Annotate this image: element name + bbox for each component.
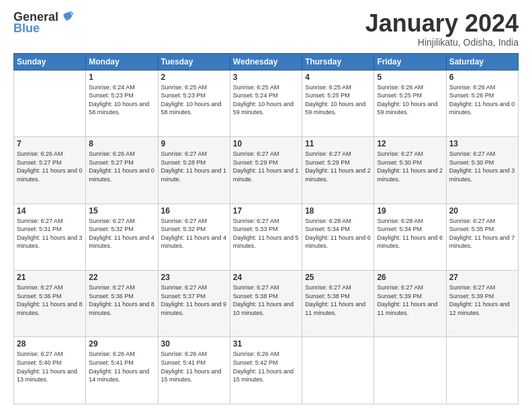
day-info: Sunrise: 6:26 AM Sunset: 5:27 PM Dayligh…: [89, 150, 154, 183]
day-info: Sunrise: 6:26 AM Sunset: 5:42 PM Dayligh…: [233, 350, 299, 383]
calendar-cell: 4 Sunrise: 6:25 AM Sunset: 5:25 PM Dayli…: [302, 70, 374, 136]
day-info: Sunrise: 6:26 AM Sunset: 5:27 PM Dayligh…: [17, 150, 83, 183]
day-info: Sunrise: 6:27 AM Sunset: 5:32 PM Dayligh…: [161, 217, 227, 250]
calendar-cell: 13 Sunrise: 6:27 AM Sunset: 5:30 PM Dayl…: [446, 137, 518, 203]
logo: General Blue: [13, 10, 73, 36]
header-wednesday: Wednesday: [230, 53, 302, 70]
calendar-cell: [446, 337, 518, 404]
calendar-table: Sunday Monday Tuesday Wednesday Thursday…: [13, 53, 519, 404]
calendar-cell: 28 Sunrise: 6:27 AM Sunset: 5:40 PM Dayl…: [14, 337, 86, 404]
calendar-cell: 20 Sunrise: 6:27 AM Sunset: 5:35 PM Dayl…: [446, 203, 518, 270]
day-info: Sunrise: 6:27 AM Sunset: 5:38 PM Dayligh…: [233, 283, 299, 317]
logo-blue: Blue: [13, 21, 40, 36]
day-number: 5: [377, 73, 443, 82]
day-number: 13: [449, 139, 515, 148]
weekday-header-row: Sunday Monday Tuesday Wednesday Thursday…: [14, 53, 519, 70]
day-number: 17: [233, 206, 299, 216]
calendar-cell: 22 Sunrise: 6:27 AM Sunset: 5:36 PM Dayl…: [86, 271, 158, 337]
week-row-3: 14 Sunrise: 6:27 AM Sunset: 5:31 PM Dayl…: [14, 203, 519, 270]
day-info: Sunrise: 6:27 AM Sunset: 5:38 PM Dayligh…: [305, 283, 371, 317]
day-number: 4: [305, 73, 371, 82]
day-info: Sunrise: 6:26 AM Sunset: 5:41 PM Dayligh…: [161, 350, 227, 383]
day-number: 11: [305, 139, 371, 148]
header-saturday: Saturday: [446, 53, 518, 70]
week-row-1: 1 Sunrise: 6:24 AM Sunset: 5:23 PM Dayli…: [14, 70, 519, 136]
page: General Blue January 2024 Hinjilikatu, O…: [0, 0, 532, 411]
title-section: January 2024 Hinjilikatu, Odisha, India: [365, 10, 519, 48]
header-sunday: Sunday: [14, 53, 86, 70]
day-number: 6: [449, 73, 515, 82]
day-info: Sunrise: 6:27 AM Sunset: 5:37 PM Dayligh…: [161, 283, 227, 317]
day-info: Sunrise: 6:26 AM Sunset: 5:26 PM Dayligh…: [449, 83, 515, 117]
logo-bird-icon: [60, 11, 73, 24]
day-info: Sunrise: 6:27 AM Sunset: 5:35 PM Dayligh…: [449, 217, 515, 250]
day-info: Sunrise: 6:27 AM Sunset: 5:29 PM Dayligh…: [305, 150, 371, 183]
calendar-cell: 6 Sunrise: 6:26 AM Sunset: 5:26 PM Dayli…: [446, 70, 518, 136]
day-number: 30: [161, 339, 227, 349]
day-info: Sunrise: 6:25 AM Sunset: 5:23 PM Dayligh…: [161, 83, 227, 117]
day-info: Sunrise: 6:27 AM Sunset: 5:40 PM Dayligh…: [17, 350, 83, 383]
week-row-5: 28 Sunrise: 6:27 AM Sunset: 5:40 PM Dayl…: [14, 337, 519, 404]
calendar-cell: 18 Sunrise: 6:28 AM Sunset: 5:34 PM Dayl…: [302, 203, 374, 270]
calendar-cell: 3 Sunrise: 6:25 AM Sunset: 5:24 PM Dayli…: [230, 70, 302, 136]
day-info: Sunrise: 6:27 AM Sunset: 5:39 PM Dayligh…: [377, 283, 443, 317]
day-info: Sunrise: 6:27 AM Sunset: 5:28 PM Dayligh…: [161, 150, 227, 183]
day-info: Sunrise: 6:27 AM Sunset: 5:31 PM Dayligh…: [17, 217, 83, 250]
calendar-cell: 26 Sunrise: 6:27 AM Sunset: 5:39 PM Dayl…: [374, 271, 446, 337]
calendar-cell: 27 Sunrise: 6:27 AM Sunset: 5:39 PM Dayl…: [446, 271, 518, 337]
day-number: 22: [89, 273, 154, 282]
calendar-cell: 17 Sunrise: 6:27 AM Sunset: 5:33 PM Dayl…: [230, 203, 302, 270]
day-info: Sunrise: 6:27 AM Sunset: 5:36 PM Dayligh…: [17, 283, 83, 317]
day-info: Sunrise: 6:28 AM Sunset: 5:34 PM Dayligh…: [305, 217, 371, 250]
day-number: 24: [233, 273, 299, 282]
day-info: Sunrise: 6:25 AM Sunset: 5:25 PM Dayligh…: [305, 83, 371, 117]
day-number: 21: [17, 273, 83, 282]
day-number: 1: [89, 73, 154, 82]
location-subtitle: Hinjilikatu, Odisha, India: [365, 37, 519, 48]
day-info: Sunrise: 6:27 AM Sunset: 5:30 PM Dayligh…: [377, 150, 443, 183]
calendar-cell: 9 Sunrise: 6:27 AM Sunset: 5:28 PM Dayli…: [158, 137, 230, 203]
calendar-cell: 11 Sunrise: 6:27 AM Sunset: 5:29 PM Dayl…: [302, 137, 374, 203]
day-number: 14: [17, 206, 83, 216]
day-number: 29: [89, 339, 154, 349]
day-number: 20: [449, 206, 515, 216]
day-number: 15: [89, 206, 154, 216]
day-info: Sunrise: 6:25 AM Sunset: 5:24 PM Dayligh…: [233, 83, 299, 117]
calendar-cell: 29 Sunrise: 6:26 AM Sunset: 5:41 PM Dayl…: [86, 337, 158, 404]
header-friday: Friday: [374, 53, 446, 70]
day-number: 9: [161, 139, 227, 148]
day-info: Sunrise: 6:27 AM Sunset: 5:36 PM Dayligh…: [89, 283, 154, 317]
header: General Blue January 2024 Hinjilikatu, O…: [13, 10, 519, 48]
day-number: 12: [377, 139, 443, 148]
day-info: Sunrise: 6:28 AM Sunset: 5:34 PM Dayligh…: [377, 217, 443, 250]
calendar-cell: 8 Sunrise: 6:26 AM Sunset: 5:27 PM Dayli…: [86, 137, 158, 203]
day-info: Sunrise: 6:26 AM Sunset: 5:41 PM Dayligh…: [89, 350, 154, 383]
month-title: January 2024: [365, 10, 519, 37]
calendar-cell: 7 Sunrise: 6:26 AM Sunset: 5:27 PM Dayli…: [14, 137, 86, 203]
day-info: Sunrise: 6:27 AM Sunset: 5:33 PM Dayligh…: [233, 217, 299, 250]
day-number: 18: [305, 206, 371, 216]
calendar-cell: 16 Sunrise: 6:27 AM Sunset: 5:32 PM Dayl…: [158, 203, 230, 270]
day-number: 28: [17, 339, 83, 349]
header-thursday: Thursday: [302, 53, 374, 70]
calendar-cell: [14, 70, 86, 136]
calendar-cell: 24 Sunrise: 6:27 AM Sunset: 5:38 PM Dayl…: [230, 271, 302, 337]
calendar-cell: 23 Sunrise: 6:27 AM Sunset: 5:37 PM Dayl…: [158, 271, 230, 337]
day-info: Sunrise: 6:27 AM Sunset: 5:30 PM Dayligh…: [449, 150, 515, 183]
day-info: Sunrise: 6:27 AM Sunset: 5:29 PM Dayligh…: [233, 150, 299, 183]
calendar-cell: [302, 337, 374, 404]
day-number: 26: [377, 273, 443, 282]
day-info: Sunrise: 6:24 AM Sunset: 5:23 PM Dayligh…: [89, 83, 154, 117]
header-tuesday: Tuesday: [158, 53, 230, 70]
calendar-cell: 25 Sunrise: 6:27 AM Sunset: 5:38 PM Dayl…: [302, 271, 374, 337]
calendar-cell: 1 Sunrise: 6:24 AM Sunset: 5:23 PM Dayli…: [86, 70, 158, 136]
header-monday: Monday: [86, 53, 158, 70]
calendar-cell: 30 Sunrise: 6:26 AM Sunset: 5:41 PM Dayl…: [158, 337, 230, 404]
calendar-cell: 21 Sunrise: 6:27 AM Sunset: 5:36 PM Dayl…: [14, 271, 86, 337]
day-number: 2: [161, 73, 227, 82]
day-info: Sunrise: 6:26 AM Sunset: 5:25 PM Dayligh…: [377, 83, 443, 117]
calendar-cell: 5 Sunrise: 6:26 AM Sunset: 5:25 PM Dayli…: [374, 70, 446, 136]
calendar-cell: 19 Sunrise: 6:28 AM Sunset: 5:34 PM Dayl…: [374, 203, 446, 270]
day-number: 3: [233, 73, 299, 82]
day-info: Sunrise: 6:27 AM Sunset: 5:32 PM Dayligh…: [89, 217, 154, 250]
